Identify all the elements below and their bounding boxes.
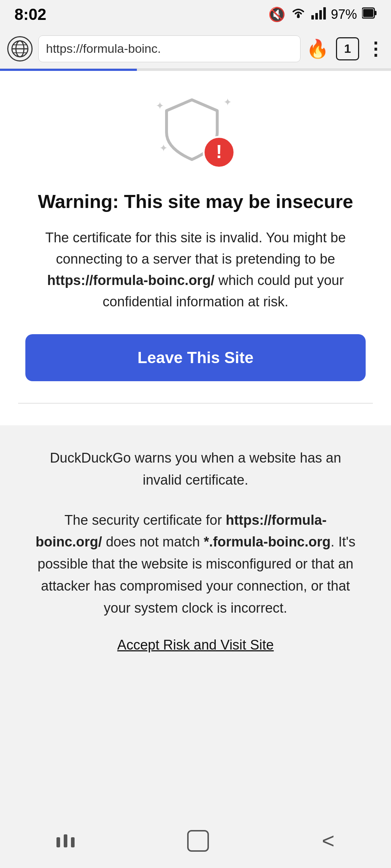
- section-divider: [18, 403, 373, 404]
- status-icons: 🔇 97%: [268, 7, 377, 23]
- lower-para2-part1: The security certificate for: [64, 512, 226, 528]
- sparkle-icon-tr: ✦: [223, 96, 232, 108]
- lower-para2-part2: does not match: [102, 534, 204, 549]
- warning-title: Warning: This site may be insecure: [38, 190, 353, 213]
- battery-percent: 97%: [331, 7, 357, 22]
- svg-rect-4: [323, 7, 326, 20]
- svg-rect-6: [374, 11, 377, 15]
- lower-section: DuckDuckGo warns you when a website has …: [0, 425, 391, 675]
- svg-rect-1: [311, 15, 314, 20]
- signal-icon: [311, 7, 326, 23]
- url-text: https://formula-boinc.: [46, 42, 161, 56]
- url-bar: https://formula-boinc. 🔥 1 ⋮: [0, 29, 391, 69]
- recent-apps-button[interactable]: [56, 834, 75, 847]
- status-bar: 8:02 🔇 97%: [0, 0, 391, 29]
- flame-icon[interactable]: 🔥: [306, 38, 329, 59]
- svg-rect-2: [315, 13, 318, 20]
- mute-icon: 🔇: [268, 7, 285, 22]
- warning-desc-part1: The certificate for this site is invalid…: [45, 230, 346, 267]
- back-arrow-icon: <: [322, 830, 335, 852]
- globe-icon: [7, 36, 33, 61]
- security-shield-icon: ✦ ✦ ✦ !: [156, 93, 235, 172]
- lower-para1-text: DuckDuckGo warns you when a website has …: [50, 450, 341, 488]
- progress-fill: [0, 69, 137, 71]
- sparkle-icon-tl: ✦: [156, 100, 164, 112]
- url-bar-actions: 🔥 1 ⋮: [306, 37, 384, 60]
- home-square-icon: [187, 830, 209, 852]
- url-input-area[interactable]: https://formula-boinc.: [38, 35, 300, 62]
- warning-url-bold: https://formula-boinc.org/: [47, 273, 214, 288]
- svg-rect-3: [319, 10, 322, 20]
- lower-para2-wildcard: *.formula-boinc.org: [204, 534, 331, 549]
- lower-paragraph-2: The security certificate for https://for…: [33, 509, 358, 619]
- battery-icon: [362, 7, 377, 23]
- lower-paragraph-1: DuckDuckGo warns you when a website has …: [33, 447, 358, 491]
- leave-button-text: Leave This Site: [138, 349, 253, 367]
- accept-risk-link[interactable]: Accept Risk and Visit Site: [117, 637, 274, 653]
- bottom-nav: <: [0, 821, 391, 868]
- main-content: ✦ ✦ ✦ ! Warning: This site may be insecu…: [0, 71, 391, 425]
- warning-description: The certificate for this site is invalid…: [33, 227, 358, 312]
- sparkle-icon-bl: ✦: [159, 142, 168, 154]
- tab-count-badge[interactable]: 1: [336, 37, 359, 60]
- progress-bar: [0, 69, 391, 71]
- status-time: 8:02: [14, 5, 46, 24]
- exclamation-icon: !: [216, 142, 222, 161]
- wifi-icon: [290, 7, 306, 23]
- more-options-icon[interactable]: ⋮: [366, 38, 384, 59]
- back-button[interactable]: <: [322, 830, 335, 852]
- leave-site-button[interactable]: Leave This Site: [25, 334, 366, 381]
- svg-point-0: [297, 15, 300, 18]
- svg-rect-7: [363, 9, 373, 17]
- warning-circle-icon: !: [203, 136, 235, 169]
- home-button[interactable]: [187, 830, 209, 852]
